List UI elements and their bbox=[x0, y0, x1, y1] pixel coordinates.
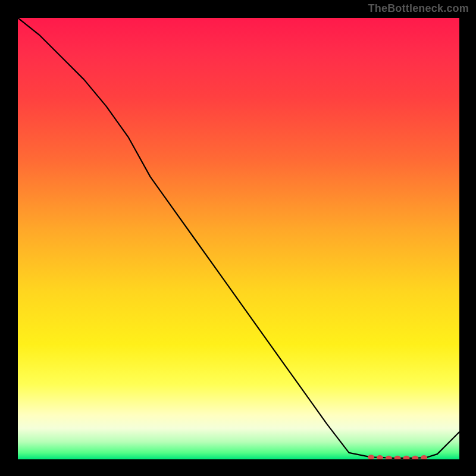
bottom-markers bbox=[368, 455, 427, 459]
plot-area bbox=[18, 18, 459, 459]
marker-point bbox=[377, 455, 383, 459]
marker-point bbox=[412, 456, 418, 459]
marker-point bbox=[394, 456, 401, 459]
marker-point bbox=[386, 456, 392, 459]
watermark-text: TheBottleneck.com bbox=[368, 2, 469, 15]
chart-container: TheBottleneck.com bbox=[0, 0, 476, 476]
marker-point bbox=[368, 455, 374, 459]
chart-overlay bbox=[18, 18, 459, 459]
marker-point bbox=[403, 456, 410, 459]
marker-point bbox=[421, 455, 427, 459]
data-line bbox=[18, 18, 459, 458]
